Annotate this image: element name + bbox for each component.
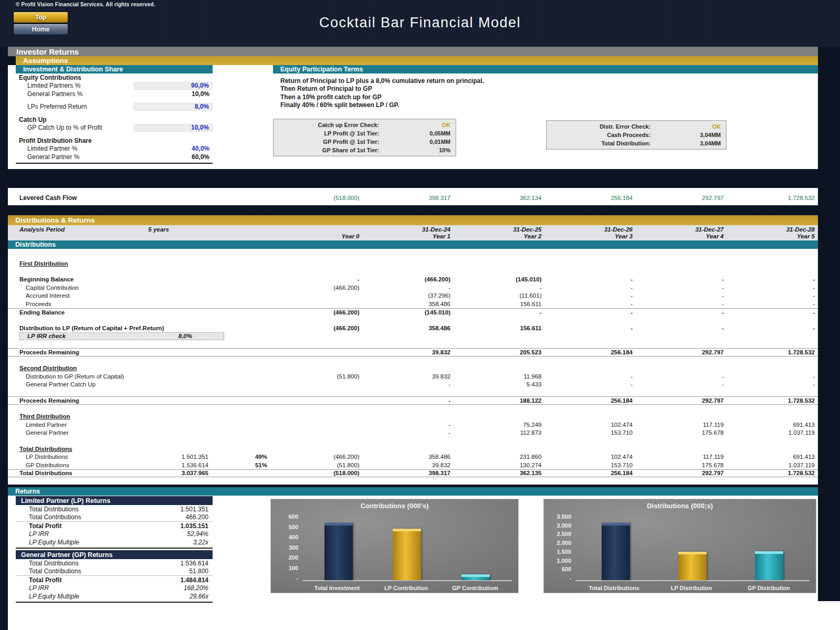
levered-cash-flow-label: Levered Cash Flow	[19, 194, 169, 202]
lp-irr-check-box: LP IRR check8,0%	[19, 332, 224, 340]
table-cell: (145.010)	[363, 309, 454, 316]
table-cell: -	[545, 301, 636, 307]
table-cell: 11.968	[454, 373, 545, 380]
general-partner-profit-pct: 60,0%	[134, 153, 213, 161]
check-value: 3,04MM	[650, 132, 726, 138]
table-spacer-row	[8, 405, 818, 413]
table-cell: 39.832	[363, 349, 454, 355]
return-label: LP Equity Multiple	[16, 593, 140, 600]
table-cell: 117.119	[636, 422, 727, 428]
x-category-label: GP Distribution	[730, 585, 807, 591]
y-tick-label: 3.000	[548, 523, 571, 529]
table-cell: 102.474	[545, 422, 636, 428]
x-category-label: GP Contributiom	[440, 585, 510, 591]
check-status: OK	[379, 122, 456, 128]
bar-gp-contributiom	[461, 574, 490, 580]
assumption-label: GP Catch Up to % of Profit	[16, 124, 134, 131]
return-value: 3,22x	[140, 539, 213, 546]
levered-cash-flow-section: Levered Cash Flow (518.000) 398.317 362.…	[8, 188, 818, 205]
y-tick-label: 500	[275, 524, 298, 530]
x-category-label: LP Contribution	[372, 585, 441, 591]
row-label: GP Distributions	[19, 462, 169, 468]
analysis-period-row: Analysis Period 5 years 31-Dec-24 31-Dec…	[8, 226, 818, 233]
table-cell: (518.000)	[271, 470, 363, 476]
row-label: Total Distributions	[19, 470, 169, 476]
table-cell: -	[545, 325, 636, 331]
chart-title: Distributions (000;s)	[544, 502, 816, 510]
workbook-page: © Profit Vision Financial Services. All …	[0, 0, 840, 630]
check-label: Catch up Error Check:	[274, 122, 379, 128]
check-value: 0,05MM	[379, 130, 456, 136]
check-status: OK	[650, 123, 726, 130]
limited-partner-profit-pct: 40,0%	[134, 145, 213, 153]
row-label: Distribution to LP (Return of Capital + …	[19, 325, 169, 331]
limited-partners-pct-input[interactable]: 90,0%	[134, 82, 213, 90]
row-label: Ending Balance	[19, 309, 169, 316]
returns-section: Returns Limited Partner (LP) Returns Tot…	[8, 487, 818, 630]
assumption-row: LPs Preferred Return 8,0%	[16, 103, 213, 111]
table-row: Capital Contribution(466.200)-----	[8, 284, 818, 292]
check-value: 10%	[379, 147, 456, 153]
catch-up-heading: Catch Up	[16, 116, 47, 123]
table-cell: 175.678	[636, 429, 727, 436]
table-row: Proceeds Remaining39.832205.523256.18429…	[8, 348, 818, 356]
x-category-label: Total Distributions	[575, 585, 653, 591]
table-spacer-row	[8, 437, 818, 445]
row-label: Limited Partner	[19, 422, 169, 428]
table-spacer-row	[8, 340, 818, 348]
table-cell: 358.486	[363, 325, 454, 331]
row-label: Proceeds Remaining	[19, 349, 169, 355]
distribution-table: First DistributionBeginning Balance-(466…	[8, 249, 818, 485]
table-cell: -	[636, 325, 727, 331]
gp-catch-up-input[interactable]: 10,0%	[134, 124, 213, 132]
return-value: 168,20%	[140, 584, 213, 592]
table-cell: 205.523	[454, 349, 545, 355]
period-date: 31-Dec-26	[545, 226, 636, 233]
row-label: Proceeds Remaining	[19, 397, 169, 404]
row-label: Distribution to GP (Return of Capital)	[19, 373, 169, 380]
contributions-chart: Contributions (000's) 600500400300200100…	[270, 499, 519, 593]
lps-preferred-return-input[interactable]: 8,0%	[134, 103, 213, 111]
table-cell: -	[636, 292, 727, 299]
year-label: Year 0	[271, 233, 363, 239]
table-row: LP Distributions1.501.35149%(466.200)358…	[8, 453, 818, 461]
y-tick-label: 3.500	[548, 514, 571, 520]
table-cell: -	[545, 292, 636, 299]
table-cell: 156.611	[454, 325, 545, 331]
table-cell: -	[636, 285, 727, 291]
assumptions-body: Investment & Distribution Share Equity C…	[8, 65, 818, 169]
table-row: Distribution to GP (Return of Capital)(5…	[8, 372, 818, 381]
table-cell: 292.797	[636, 349, 727, 355]
table-cell: (11.601)	[454, 292, 545, 299]
chart-y-axis: 600500400300200100-	[275, 514, 302, 581]
table-cell: -	[271, 276, 363, 282]
check-label: Total Distribution:	[547, 140, 650, 146]
row-label: General Partner Catch Up	[19, 381, 169, 387]
levered-value: 1.728.532	[727, 195, 818, 201]
row-label: LP Distributions	[19, 454, 169, 460]
table-cell: -	[727, 381, 818, 387]
return-label: Total Distributions	[16, 560, 140, 567]
table-cell: 358.486	[363, 454, 454, 460]
year-label: Year 3	[545, 233, 636, 239]
table-cell: 117.119	[636, 454, 727, 460]
distributions-section: Distributions & Returns Analysis Period …	[8, 215, 818, 485]
row-label: Accrued Interest	[19, 292, 169, 299]
check-label: GP Share of 1st Tier:	[274, 147, 379, 153]
equity-term-line: Then Return of Principal to GP	[280, 85, 818, 93]
table-cell: -	[363, 429, 454, 436]
check-value: 3,04MM	[650, 140, 726, 146]
table-cell: 256.184	[545, 470, 636, 476]
equity-terms-header: Equity Participation Terms	[273, 65, 818, 74]
bar-gp-distribution	[755, 551, 783, 580]
copyright-text: © Profit Vision Financial Services. All …	[16, 2, 155, 7]
table-cell: 1.728.532	[727, 397, 818, 404]
y-tick-label: 1.000	[548, 558, 571, 564]
return-value: 52,94%	[140, 530, 213, 538]
period-date: 31-Dec-27	[636, 226, 727, 233]
table-cell: 39.832	[363, 373, 454, 380]
y-tick-label: 2.000	[548, 540, 571, 546]
y-tick-label: 300	[275, 545, 298, 551]
lp-returns-panel: Limited Partner (LP) Returns Total Distr…	[16, 496, 213, 549]
check-label: Cash Proceeds:	[547, 132, 650, 138]
